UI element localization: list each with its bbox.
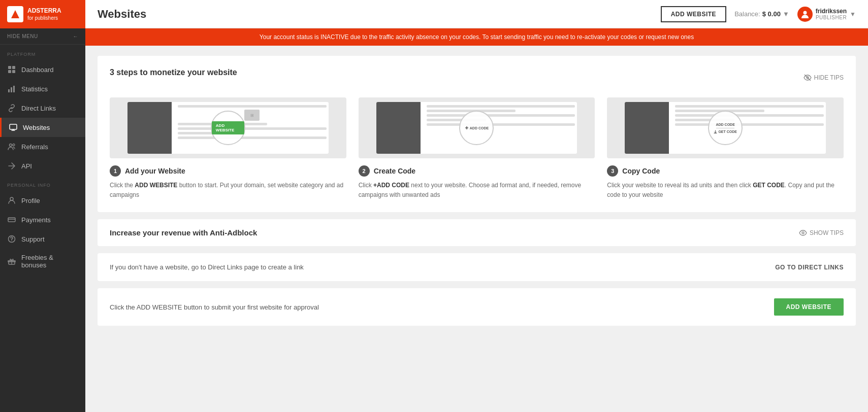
steps-grid: ⊞ ADD WEBSITE xyxy=(110,97,844,200)
svg-point-16 xyxy=(803,11,807,14)
eye-icon xyxy=(799,229,807,237)
hide-menu-arrow-icon: ← xyxy=(73,33,79,39)
step-1-desc: Click the ADD WEBSITE button to start. P… xyxy=(110,181,346,200)
svg-point-9 xyxy=(10,144,12,147)
sidebar-item-profile[interactable]: Profile xyxy=(0,191,85,210)
alert-message: Your account status is INACTIVE due to t… xyxy=(260,33,694,41)
sidebar-item-label: Statistics xyxy=(21,85,48,93)
question-icon xyxy=(7,234,16,244)
hide-icon xyxy=(803,74,812,82)
hide-menu-label: HIDE MENU xyxy=(7,33,38,39)
add-website-bottom-card: Click the ADD WEBSITE button to submit y… xyxy=(98,288,856,326)
gift-icon xyxy=(7,257,16,266)
sidebar-item-statistics[interactable]: Statistics xyxy=(0,79,85,98)
card-icon xyxy=(7,215,16,224)
hide-menu-bar[interactable]: HIDE MENU ← xyxy=(0,28,85,45)
sidebar-item-label: Payments xyxy=(21,216,51,224)
svg-point-14 xyxy=(11,241,12,242)
sidebar-item-label: Direct Links xyxy=(21,105,56,112)
sidebar-item-label: Support xyxy=(21,235,45,243)
step-2-desc: Click +ADD CODE next to your website. Ch… xyxy=(359,181,595,200)
svg-rect-6 xyxy=(11,87,12,92)
sidebar-item-freebies[interactable]: Freebies & bonuses xyxy=(0,249,85,274)
step-1-number: 1 xyxy=(110,165,121,177)
step-2-header: 2 Create Code xyxy=(359,165,595,177)
grid-icon xyxy=(7,65,16,74)
step-3-header: 3 Copy Code xyxy=(607,165,844,177)
hide-tips-label: HIDE TIPS xyxy=(814,74,844,81)
step2-overlay: ADD CODE xyxy=(465,126,489,130)
sidebar-item-websites[interactable]: Websites xyxy=(0,118,85,137)
svg-rect-2 xyxy=(12,66,15,69)
svg-rect-8 xyxy=(10,124,17,129)
balance-dropdown-icon[interactable]: ▼ xyxy=(783,10,789,18)
api-icon xyxy=(7,161,16,170)
avatar xyxy=(797,7,813,22)
sidebar-item-direct-links[interactable]: Direct Links xyxy=(0,98,85,118)
sidebar-item-label: Dashboard xyxy=(21,66,54,74)
sidebar-item-label: Referrals xyxy=(21,143,48,151)
step-3-desc: Click your website to reveal its ad unit… xyxy=(607,181,844,200)
step-2: ADD CODE 2 Create Code Click +ADD CODE n… xyxy=(359,97,595,200)
hide-tips-button[interactable]: HIDE TIPS xyxy=(803,74,844,82)
logo-icon xyxy=(7,6,23,22)
monetize-card: 3 steps to monetize your website HIDE TI… xyxy=(98,56,856,212)
direct-links-card: If you don't have a website, go to Direc… xyxy=(98,253,856,281)
user-area[interactable]: fridrikssen PUBLISHER ▼ xyxy=(797,7,856,22)
logo: ADSTERRA for publishers xyxy=(0,0,85,28)
step-1-title: Add your Website xyxy=(125,167,185,175)
monetize-card-title: 3 steps to monetize your website xyxy=(110,68,237,77)
add-website-bottom-text: Click the ADD WEBSITE button to submit y… xyxy=(110,303,319,311)
user-role: PUBLISHER xyxy=(816,15,847,20)
go-to-direct-links-button[interactable]: GO TO DIRECT LINKS xyxy=(775,264,844,271)
username: fridrikssen xyxy=(816,8,847,15)
main-area: Websites ADD WEBSITE Balance: $ 0.00 ▼ f… xyxy=(85,0,868,412)
direct-links-text: If you don't have a website, go to Direc… xyxy=(110,263,304,271)
svg-point-20 xyxy=(802,232,804,234)
logo-name: ADSTERRA xyxy=(27,7,61,15)
sidebar-item-label: Freebies & bonuses xyxy=(21,254,78,269)
step-2-number: 2 xyxy=(359,165,370,177)
personal-section-label: PERSONAL INFO xyxy=(0,176,85,191)
svg-point-11 xyxy=(10,197,13,200)
download-icon xyxy=(714,130,717,133)
svg-rect-12 xyxy=(8,218,15,222)
monitor-icon xyxy=(9,123,18,132)
link-icon xyxy=(7,104,16,113)
svg-point-10 xyxy=(13,144,15,146)
add-website-header-button[interactable]: ADD WEBSITE xyxy=(661,6,727,22)
sidebar-item-support[interactable]: Support xyxy=(0,229,85,249)
sidebar-item-dashboard[interactable]: Dashboard xyxy=(0,60,85,79)
step3-overlay: ADD CODE GET CODE xyxy=(714,123,737,133)
step-3-image: ADD CODE GET CODE xyxy=(607,97,844,158)
tips-header: 3 steps to monetize your website HIDE TI… xyxy=(110,68,844,87)
platform-section-label: PLATFORM xyxy=(0,45,85,60)
sidebar-item-label: Profile xyxy=(21,197,40,204)
step-3-title: Copy Code xyxy=(622,167,660,175)
add-website-green-button[interactable]: ADD WEBSITE xyxy=(774,298,844,316)
svg-rect-5 xyxy=(8,89,10,92)
revenue-title: Increase your revenue with Anti-Adblock xyxy=(110,228,257,237)
balance-label: Balance: xyxy=(734,10,760,18)
svg-rect-3 xyxy=(8,70,11,73)
sidebar-item-label: API xyxy=(21,162,32,170)
svg-rect-4 xyxy=(12,70,15,73)
step-2-image: ADD CODE xyxy=(359,97,595,158)
step-3: ADD CODE GET CODE 3 Copy Code xyxy=(607,97,844,200)
sidebar-item-referrals[interactable]: Referrals xyxy=(0,137,85,156)
step-1: ⊞ ADD WEBSITE xyxy=(110,97,346,200)
svg-rect-7 xyxy=(13,86,15,92)
chart-icon xyxy=(7,84,16,93)
svg-rect-1 xyxy=(8,66,11,69)
page-title: Websites xyxy=(98,8,653,21)
logo-sub: for publishers xyxy=(27,15,61,21)
sidebar: ADSTERRA for publishers HIDE MENU ← PLAT… xyxy=(0,0,85,412)
user-chevron-icon[interactable]: ▼ xyxy=(850,11,856,18)
users-icon xyxy=(7,142,16,151)
sidebar-item-payments[interactable]: Payments xyxy=(0,210,85,229)
header: Websites ADD WEBSITE Balance: $ 0.00 ▼ f… xyxy=(85,0,868,28)
show-tips-button[interactable]: SHOW TIPS xyxy=(799,229,844,237)
sidebar-item-label: Websites xyxy=(23,124,50,131)
step-1-header: 1 Add your Website xyxy=(110,165,346,177)
sidebar-item-api[interactable]: API xyxy=(0,156,85,176)
